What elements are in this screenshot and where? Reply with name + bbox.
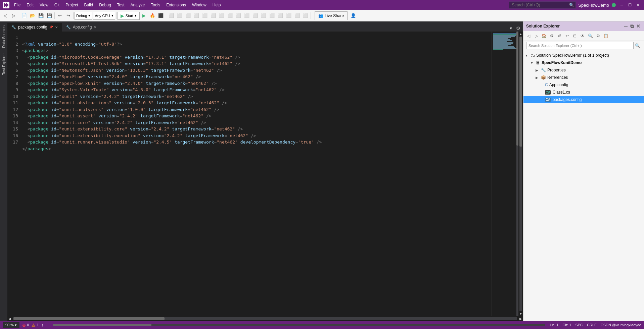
menu-git[interactable]: Git bbox=[52, 2, 62, 8]
tab-close-packages[interactable]: ✕ bbox=[55, 25, 58, 29]
se-collapse-btn[interactable]: ⊟ bbox=[571, 32, 579, 40]
open-folder-button[interactable]: 📂 bbox=[29, 12, 37, 20]
continue-button[interactable]: ▶ bbox=[140, 12, 148, 20]
menu-window[interactable]: Window bbox=[189, 2, 209, 8]
save-all-button[interactable]: 💾 bbox=[45, 12, 53, 20]
title-search-input[interactable] bbox=[509, 1, 576, 9]
editor-bottom-bar: ◀ ▶ bbox=[7, 316, 523, 321]
menu-project[interactable]: Project bbox=[63, 2, 81, 8]
se-sync-btn[interactable]: ⚙ bbox=[548, 32, 555, 40]
se-close-btn[interactable]: ✕ bbox=[635, 23, 641, 30]
tab-label-packages: packages.config bbox=[18, 25, 47, 30]
menu-help[interactable]: Help bbox=[210, 2, 224, 8]
se-preview-btn[interactable]: 📋 bbox=[602, 32, 609, 40]
tree-item-class1[interactable]: ▶ C# Class1.cs bbox=[523, 89, 644, 96]
se-search-input[interactable] bbox=[526, 42, 634, 49]
back-button[interactable]: ◁ bbox=[1, 12, 9, 20]
se-search: 🔍 bbox=[523, 41, 644, 50]
tree-item-references[interactable]: ▶ 📦 References bbox=[523, 74, 644, 81]
scroll-right-btn[interactable]: ▶ bbox=[518, 317, 523, 321]
se-home-btn[interactable]: 🏠 bbox=[540, 32, 548, 40]
se-undo-btn[interactable]: ↩ bbox=[563, 32, 571, 40]
toolbar-btn-h[interactable]: ⬜ bbox=[226, 12, 234, 20]
menu-debug[interactable]: Debug bbox=[96, 2, 113, 8]
tab-app-config[interactable]: 🔧 App.config ✕ bbox=[62, 23, 101, 32]
warning-status[interactable]: ⚠ 1 bbox=[32, 323, 39, 328]
project-name: SpecFlowDemo bbox=[578, 3, 609, 8]
platform-dropdown[interactable]: Any CPU ▾ bbox=[93, 12, 115, 20]
toolbar-btn-p[interactable]: ⬜ bbox=[293, 12, 301, 20]
menu-build[interactable]: Build bbox=[82, 2, 96, 8]
toolbar-btn-n[interactable]: ⬜ bbox=[276, 12, 284, 20]
properties-arrow: ▶ bbox=[536, 68, 540, 72]
se-refresh-btn[interactable]: ↺ bbox=[556, 32, 563, 40]
menu-extensions[interactable]: Extensions bbox=[164, 2, 189, 8]
tab-label-app: App.config bbox=[73, 25, 92, 30]
zoom-dropdown[interactable]: 90 % ▾ bbox=[3, 322, 19, 328]
toolbar-btn-f[interactable]: ⬜ bbox=[209, 12, 217, 20]
toolbar-btn-l[interactable]: ⬜ bbox=[260, 12, 268, 20]
references-icon: 📦 bbox=[541, 75, 546, 80]
tree-project[interactable]: ▼ 🖥 SpecFlowXunitDemo bbox=[523, 59, 644, 66]
toolbar-btn-o[interactable]: ⬜ bbox=[285, 12, 293, 20]
bottom-scroll-track[interactable] bbox=[53, 324, 545, 326]
tree-item-packages-config[interactable]: ▶ C# packages.config bbox=[523, 96, 644, 103]
menu-test[interactable]: Test bbox=[114, 2, 127, 8]
toolbar-btn-c[interactable]: ⬜ bbox=[184, 12, 192, 20]
tab-packages-config[interactable]: 🔧 packages.config 📌 ✕ bbox=[7, 23, 62, 32]
se-back-btn[interactable]: ◁ bbox=[525, 32, 532, 40]
menu-edit[interactable]: Edit bbox=[24, 2, 36, 8]
tree-item-properties[interactable]: ▶ 🔧 Properties bbox=[523, 66, 644, 74]
toolbar-btn-g[interactable]: ⬜ bbox=[218, 12, 226, 20]
left-tab-data-sources[interactable]: Data Sources bbox=[0, 23, 7, 51]
debug-btn2[interactable]: ⬛ bbox=[157, 12, 165, 20]
menu-view[interactable]: View bbox=[37, 2, 51, 8]
tree-solution[interactable]: ▼ 🗂 Solution 'SpecFlowDemo' (1 of 1 proj… bbox=[523, 52, 644, 59]
up-arrow[interactable]: ↑ bbox=[41, 323, 43, 327]
undo-button[interactable]: ↩ bbox=[56, 12, 64, 20]
se-filter-btn[interactable]: 🔍 bbox=[587, 32, 594, 40]
error-status[interactable]: ⊗ 0 bbox=[22, 323, 29, 328]
toolbar-btn-d[interactable]: ⬜ bbox=[192, 12, 200, 20]
menu-analyze[interactable]: Analyze bbox=[128, 2, 148, 8]
vertical-scrollbar[interactable]: ▲ ▼ bbox=[518, 32, 523, 316]
code-content[interactable]: <?xml version="1.0" encoding="utf-8"?> <… bbox=[21, 32, 492, 316]
menu-tools[interactable]: Tools bbox=[148, 2, 163, 8]
horizontal-scrollbar[interactable] bbox=[13, 317, 517, 320]
se-properties-btn[interactable]: ⚙ bbox=[594, 32, 602, 40]
se-show-all-btn[interactable]: 👁 bbox=[579, 32, 586, 40]
tree-item-app-config[interactable]: ▶ C App.config bbox=[523, 81, 644, 89]
down-arrow[interactable]: ↓ bbox=[46, 323, 48, 327]
menu-file[interactable]: File bbox=[11, 2, 23, 8]
se-forward-btn[interactable]: ▷ bbox=[533, 32, 540, 40]
close-button[interactable]: ✕ bbox=[635, 2, 641, 8]
scroll-left-btn[interactable]: ◀ bbox=[7, 317, 12, 321]
maximize-button[interactable]: ❐ bbox=[627, 2, 633, 8]
live-share-button[interactable]: 👥 Live Share bbox=[315, 11, 348, 20]
tab-settings-btn[interactable]: ⚙ bbox=[515, 25, 522, 32]
forward-button[interactable]: ▷ bbox=[10, 12, 18, 20]
toolbar-btn-b[interactable]: ⬜ bbox=[176, 12, 184, 20]
toolbar-btn-e[interactable]: ⬜ bbox=[201, 12, 209, 20]
debug-btn[interactable]: 🔥 bbox=[148, 12, 156, 20]
start-button[interactable]: ▶ Start ▾ bbox=[118, 12, 140, 20]
toolbar-btn-q[interactable]: ⬜ bbox=[302, 12, 310, 20]
se-pin-btn[interactable]: ─ bbox=[623, 23, 629, 30]
minimize-button[interactable]: ─ bbox=[618, 2, 625, 8]
se-search-btn[interactable]: 🔍 bbox=[634, 43, 641, 49]
toolbar-btn-a[interactable]: ⬜ bbox=[167, 12, 175, 20]
new-file-button[interactable]: 📄 bbox=[20, 12, 28, 20]
green-status-dot bbox=[612, 3, 616, 7]
tab-dropdown-btn[interactable]: ▾ bbox=[508, 25, 513, 32]
account-button[interactable]: 👤 bbox=[349, 12, 357, 20]
toolbar-btn-m[interactable]: ⬜ bbox=[268, 12, 276, 20]
toolbar-btn-k[interactable]: ⬜ bbox=[251, 12, 259, 20]
tab-close-app[interactable]: ✕ bbox=[94, 25, 96, 29]
toolbar-btn-j[interactable]: ⬜ bbox=[243, 12, 251, 20]
save-button[interactable]: 💾 bbox=[37, 12, 45, 20]
toolbar-btn-i[interactable]: ⬜ bbox=[234, 12, 242, 20]
redo-button[interactable]: ↪ bbox=[64, 12, 72, 20]
configuration-dropdown[interactable]: Debug ▾ bbox=[75, 12, 92, 20]
left-tab-test-explorer[interactable]: Test Explorer bbox=[0, 51, 7, 77]
se-minimize-btn[interactable]: ⧉ bbox=[629, 23, 635, 30]
